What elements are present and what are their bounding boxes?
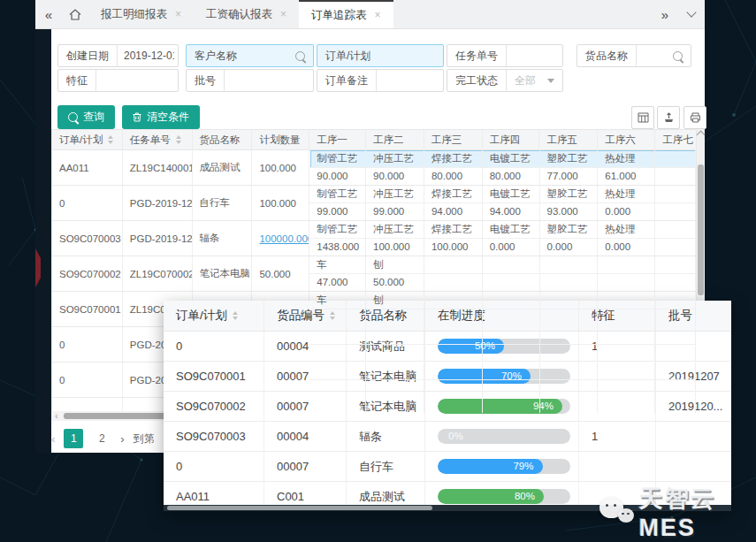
process-name-cell: [655, 221, 695, 239]
process-qty-cell: [655, 274, 695, 291]
column-header[interactable]: 工序三: [424, 130, 483, 149]
clear-filters-button[interactable]: 清空条件: [122, 105, 200, 129]
table-row[interactable]: AA011ZL19C140001成品测试100.000制管工艺90.000冲压工…: [52, 150, 696, 186]
table-row[interactable]: 0PGD-2019-12...自行车100.000制管工艺99.000冲压工艺9…: [52, 186, 696, 221]
popup-scrollbar-thumb[interactable]: [167, 506, 432, 510]
filter-feature: 特征: [57, 69, 179, 92]
columns-settings-button[interactable]: [631, 106, 654, 129]
process-column: [540, 363, 599, 397]
table-row[interactable]: SO9C070001ZL19C070...车刨: [52, 292, 696, 327]
search-button[interactable]: 查询: [57, 105, 115, 129]
export-button[interactable]: [657, 106, 680, 129]
expand-tabs-icon[interactable]: »: [652, 0, 678, 28]
table-row[interactable]: 0PGD-2019-12...: [52, 363, 696, 398]
column-header[interactable]: 货品名称: [193, 130, 253, 149]
tab-order-tracking[interactable]: 订单追踪表 ×: [299, 0, 393, 28]
cell-batch: [656, 452, 731, 481]
sort-icon[interactable]: [176, 135, 181, 144]
process-name-cell: 制管工艺: [309, 186, 365, 203]
next-page-button[interactable]: ›: [120, 432, 124, 446]
finish-status-select[interactable]: 全部: [507, 70, 562, 91]
process-qty-cell: [424, 345, 482, 362]
product-name-input[interactable]: [637, 45, 673, 66]
process-name-cell: [540, 327, 598, 345]
batch-no-input[interactable]: [225, 70, 313, 91]
column-header[interactable]: 任务单号: [123, 130, 193, 149]
process-qty-cell: 80.000: [483, 168, 539, 185]
cell-task-no: ZL19C070002: [123, 256, 193, 291]
column-header[interactable]: 工序五: [539, 130, 598, 149]
column-header[interactable]: 工序六: [598, 130, 655, 149]
process-column: 制管工艺99.000: [309, 186, 366, 220]
process-column: 热处理0.000: [598, 186, 655, 220]
filter-order-plan: 订单/计划: [317, 44, 444, 67]
scroll-left-icon[interactable]: ‹: [51, 411, 62, 421]
table-row[interactable]: 000007自行车79%: [164, 452, 731, 482]
process-name-cell: [598, 292, 654, 309]
process-name-cell: [655, 292, 695, 309]
process-column: [366, 327, 424, 362]
process-qty-cell: [483, 274, 539, 291]
print-button[interactable]: [683, 106, 706, 129]
close-icon[interactable]: ×: [375, 10, 381, 20]
cell-task-no: PGD-2019-12...: [123, 221, 193, 256]
process-column: [655, 363, 696, 397]
column-header[interactable]: 工序七: [655, 130, 696, 149]
table-row[interactable]: SO9C070003PGD-2019-12...辐条100000.000制管工艺…: [52, 221, 696, 256]
feature-input[interactable]: [96, 70, 178, 91]
tab-report-detail[interactable]: 报工明细报表 ×: [88, 0, 194, 28]
cell-task-no: PGD-2019-12...: [123, 186, 193, 220]
export-icon: [663, 112, 675, 123]
page-button-2[interactable]: 2: [92, 429, 111, 448]
task-no-input[interactable]: [507, 45, 562, 66]
filter-batch-no: 批号: [186, 69, 314, 92]
process-qty-cell: [540, 345, 598, 362]
search-icon[interactable]: [673, 51, 683, 61]
process-column: 车47.000: [309, 256, 366, 291]
tab-bar: « 报工明细报表 × 工资确认报表 × 订单追踪表 × »: [35, 0, 705, 29]
process-name-cell: 电镀工艺: [483, 186, 539, 203]
vertical-scrollbar-thumb[interactable]: [698, 164, 704, 295]
tab-menu-icon[interactable]: [678, 0, 705, 28]
process-name-cell: [424, 327, 482, 345]
plan-qty-link[interactable]: 100000.000: [259, 233, 309, 244]
order-remark-input[interactable]: [377, 70, 443, 91]
scroll-up-icon[interactable]: [697, 131, 706, 140]
process-qty-cell: 0.000: [598, 239, 654, 256]
column-header[interactable]: 订单/计划: [52, 130, 123, 149]
collapse-tabs-icon[interactable]: «: [35, 0, 62, 28]
page-button-1[interactable]: 1: [64, 429, 83, 448]
tab-salary-confirm[interactable]: 工资确认报表 ×: [194, 0, 299, 28]
filter-label: 完工状态: [447, 70, 507, 91]
column-header[interactable]: 订单/计划: [164, 301, 264, 331]
column-header[interactable]: 工序二: [366, 130, 424, 149]
column-header[interactable]: 计划数量: [252, 130, 309, 149]
column-header[interactable]: 工序四: [483, 130, 540, 149]
table-row[interactable]: SO9C07000300004辐条0%1: [164, 422, 731, 452]
process-name-cell: 焊接工艺: [424, 221, 482, 239]
process-name-cell: [424, 292, 482, 309]
process-name-cell: 刨: [366, 256, 424, 274]
search-icon[interactable]: [295, 51, 305, 61]
filter-label: 订单备注: [317, 70, 377, 91]
order-plan-input[interactable]: [378, 45, 443, 66]
close-icon[interactable]: ×: [175, 9, 181, 19]
process-name-cell: 焊接工艺: [424, 186, 482, 203]
table-row[interactable]: SO9C070002ZL19C070002笔记本电脑50.000车47.000刨…: [52, 256, 696, 292]
home-icon[interactable]: [62, 0, 88, 28]
cell-order: 0: [52, 363, 123, 397]
customer-name-input[interactable]: [245, 45, 295, 66]
process-column: [424, 292, 483, 326]
column-header[interactable]: 工序一: [309, 130, 366, 149]
progress-label: 0%: [448, 429, 463, 444]
table-row[interactable]: 0PGD-2019-12...: [52, 327, 696, 363]
process-column: [655, 256, 696, 291]
prev-page-button[interactable]: ‹: [51, 432, 55, 446]
process-column: [655, 398, 696, 413]
sort-icon[interactable]: [233, 311, 238, 320]
create-date-input[interactable]: [118, 45, 178, 66]
sort-icon[interactable]: [108, 135, 113, 144]
close-icon[interactable]: ×: [280, 9, 286, 19]
cell-plan-qty: 100.000: [252, 186, 309, 220]
collapsed-sidebar[interactable]: [35, 29, 51, 453]
